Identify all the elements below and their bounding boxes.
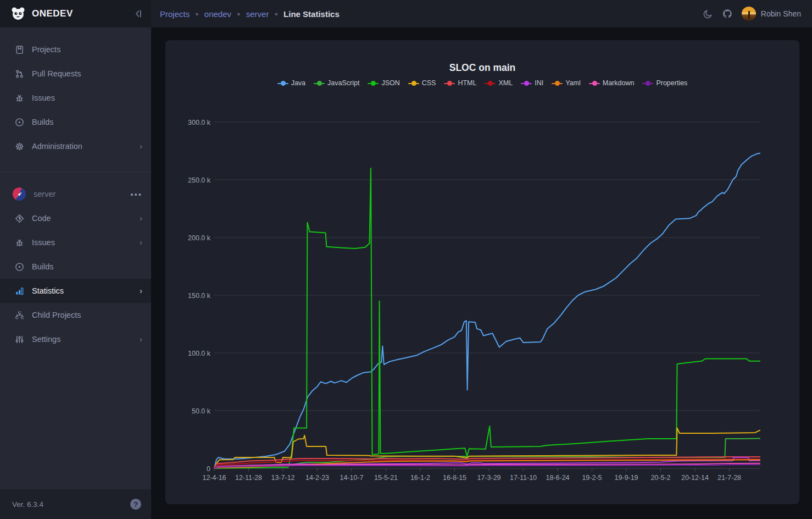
github-icon[interactable]: [722, 8, 733, 19]
sidebar-item-child-projects[interactable]: Child Projects: [0, 303, 151, 327]
sliders-icon: [15, 335, 24, 344]
project-menu-ellipsis-icon[interactable]: •••: [130, 190, 142, 199]
sidebar-item-settings[interactable]: Settings ›: [0, 327, 151, 351]
legend-marker-icon: [444, 81, 455, 86]
x-axis-tick-label: 16-8-15: [443, 474, 466, 482]
legend-item-xml[interactable]: XML: [485, 79, 513, 87]
series-line-css[interactable]: [214, 428, 760, 469]
breadcrumb-projects[interactable]: Projects: [160, 9, 190, 19]
x-axis-tick-label: 17-11-10: [510, 474, 537, 482]
user-name: Robin Shen: [761, 9, 801, 18]
project-name: server: [34, 190, 130, 198]
help-icon[interactable]: ?: [130, 499, 141, 510]
x-axis-tick-label: 16-1-2: [410, 474, 430, 482]
x-axis-tick-label: 13-7-12: [271, 474, 294, 482]
bug-icon: [15, 93, 24, 103]
sidebar-item-label: Issues: [32, 238, 140, 247]
y-axis-tick-label: 300.0 k: [188, 119, 211, 126]
git-diamond-icon: [15, 214, 24, 223]
sidebar-item-label: Builds: [32, 262, 142, 271]
legend-item-css[interactable]: CSS: [408, 79, 436, 87]
sidebar-collapse-button[interactable]: [134, 9, 143, 19]
gear-icon: [15, 142, 24, 151]
sidebar-item-statistics[interactable]: Statistics ›: [0, 279, 151, 303]
legend-marker-icon: [642, 81, 653, 86]
y-axis-tick-label: 250.0 k: [188, 176, 211, 184]
legend-marker-icon: [277, 81, 288, 86]
breadcrumb-server[interactable]: server: [246, 9, 269, 19]
x-axis-tick-label: 19-9-19: [614, 474, 638, 482]
project-nav-section: server ••• Code › Issues ›: [0, 172, 151, 359]
dark-mode-moon-icon[interactable]: [703, 9, 713, 19]
top-bar: Projects ● onedev ● server ● Line Statis…: [151, 0, 812, 27]
legend-marker-icon: [589, 81, 600, 86]
sidebar-item-issues[interactable]: Issues: [0, 86, 151, 110]
legend-marker-icon: [314, 81, 325, 86]
legend-label: Java: [291, 79, 305, 87]
x-axis-tick-label: 18-6-24: [546, 474, 569, 482]
legend-item-markdown[interactable]: Markdown: [589, 79, 635, 87]
breadcrumb-onedev[interactable]: onedev: [204, 9, 231, 19]
legend-item-json[interactable]: JSON: [368, 79, 399, 87]
sloc-line-chart[interactable]: 300.0 k250.0 k200.0 k150.0 k100.0 k50.0 …: [165, 40, 799, 504]
y-axis-tick-label: 200.0 k: [188, 234, 211, 242]
legend-item-java[interactable]: Java: [277, 79, 305, 87]
x-axis-tick-label: 21-7-28: [718, 474, 741, 482]
sidebar-project-server[interactable]: server •••: [0, 182, 151, 206]
pull-request-icon: [15, 69, 24, 79]
project-avatar-rocket-icon: [13, 187, 26, 201]
user-menu[interactable]: Robin Shen: [742, 7, 801, 21]
sidebar: ONEDEV Projects: [0, 0, 151, 519]
version-label: Ver. 6.3.4: [12, 500, 130, 509]
sidebar-item-project-issues[interactable]: Issues ›: [0, 230, 151, 255]
sidebar-item-administration[interactable]: Administration ›: [0, 134, 151, 158]
onedev-panda-logo-icon: [10, 6, 26, 21]
legend-marker-icon: [521, 81, 532, 86]
sidebar-item-label: Child Projects: [32, 311, 142, 319]
breadcrumb-separator: ●: [195, 10, 199, 17]
x-axis-tick-label: 20-12-14: [681, 474, 709, 482]
user-avatar: [742, 7, 756, 21]
legend-label: CSS: [422, 79, 436, 87]
legend-marker-icon: [552, 81, 563, 86]
book-icon: [15, 45, 24, 54]
x-axis-tick-label: 19-2-5: [582, 474, 602, 482]
sidebar-item-project-builds[interactable]: Builds: [0, 255, 151, 279]
logo-bar: ONEDEV: [0, 0, 151, 27]
x-axis-tick-label: 20-5-2: [650, 474, 670, 482]
chart-title: SLOC on main: [165, 62, 799, 74]
x-axis-tick-label: 12-11-28: [235, 474, 262, 482]
sidebar-item-code[interactable]: Code ›: [0, 206, 151, 230]
bar-chart-icon: [15, 286, 24, 296]
breadcrumb-current-page: Line Statistics: [283, 9, 340, 19]
sidebar-item-label: Pull Requests: [32, 69, 142, 78]
sidebar-item-label: Code: [32, 214, 140, 223]
series-line-java[interactable]: [214, 153, 760, 468]
chevron-right-icon: ›: [140, 142, 142, 151]
play-circle-icon: [15, 118, 24, 127]
sidebar-item-label: Issues: [32, 93, 142, 102]
legend-item-properties[interactable]: Properties: [642, 79, 687, 87]
sidebar-item-label: Statistics: [32, 286, 140, 295]
series-line-html[interactable]: [214, 457, 760, 468]
legend-item-yaml[interactable]: Yaml: [552, 79, 581, 87]
chevron-right-icon: ›: [140, 214, 142, 223]
x-axis-tick-label: 14-10-7: [340, 474, 363, 482]
breadcrumb-separator: ●: [274, 10, 278, 17]
sidebar-item-builds[interactable]: Builds: [0, 110, 151, 134]
legend-label: HTML: [458, 79, 476, 87]
main-content: 300.0 k250.0 k200.0 k150.0 k100.0 k50.0 …: [151, 27, 812, 519]
chart-legend: JavaJavaScriptJSONCSSHTMLXMLINIYamlMarkd…: [165, 79, 799, 87]
y-axis-tick-label: 50.0 k: [192, 407, 211, 415]
legend-item-html[interactable]: HTML: [444, 79, 476, 87]
sidebar-item-projects[interactable]: Projects: [0, 37, 151, 62]
series-line-json[interactable]: [214, 168, 760, 468]
sidebar-footer: Ver. 6.3.4 ?: [0, 489, 151, 519]
legend-label: Yaml: [565, 79, 581, 87]
bug-icon: [15, 238, 24, 247]
legend-item-javascript[interactable]: JavaScript: [314, 79, 359, 87]
sidebar-item-pull-requests[interactable]: Pull Requests: [0, 62, 151, 86]
hierarchy-icon: [15, 311, 24, 320]
legend-item-ini[interactable]: INI: [521, 79, 543, 87]
chevron-right-icon: ›: [140, 335, 142, 344]
